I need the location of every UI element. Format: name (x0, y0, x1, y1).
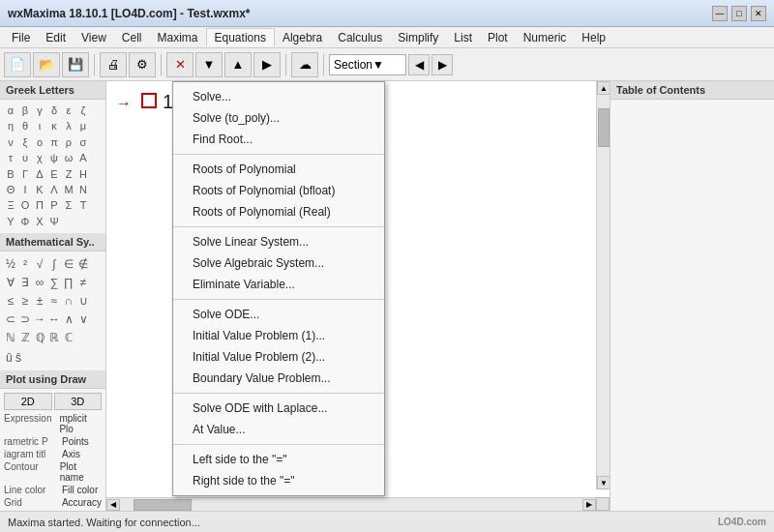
greek-Zeta[interactable]: Ζ (62, 167, 75, 182)
open-button[interactable]: 📂 (33, 52, 60, 77)
menu-roots-poly-bfloat[interactable]: Roots of Polynomial (bfloat) (173, 180, 384, 201)
sym-geq[interactable]: ≥ (18, 292, 32, 310)
greek-Epsilon[interactable]: Ε (47, 167, 61, 182)
sym-int2[interactable]: ℤ (18, 329, 32, 346)
greek-beta[interactable]: β (18, 103, 32, 118)
menu-solve-ode-laplace[interactable]: Solve ODE with Laplace... (173, 398, 384, 419)
greek-mu[interactable]: μ (76, 119, 90, 133)
settings-button[interactable]: ⚙ (129, 52, 156, 77)
horizontal-scrollbar[interactable]: ◀ ▶ (106, 497, 596, 511)
scroll-down-button[interactable]: ▼ (597, 476, 610, 489)
greek-Theta[interactable]: Θ (4, 183, 17, 197)
sym-infty[interactable]: ∞ (33, 274, 46, 291)
run-button[interactable]: ▶ (253, 52, 281, 77)
greek-Tau[interactable]: Τ (76, 198, 90, 213)
menu-equations[interactable]: Equations (206, 28, 275, 46)
greek-omicron[interactable]: ο (33, 135, 46, 150)
greek-theta[interactable]: θ (18, 119, 32, 133)
up-button[interactable]: ▲ (224, 52, 252, 77)
nav-prev-button[interactable]: ◀ (408, 54, 430, 75)
sym-sq[interactable]: ² (18, 255, 32, 273)
greek-lambda[interactable]: λ (62, 119, 75, 133)
scroll-right-button[interactable]: ▶ (582, 499, 596, 511)
section-dropdown[interactable]: Section ▼ (329, 54, 406, 75)
sym-sum[interactable]: ∑ (47, 274, 61, 291)
menu-calculus[interactable]: Calculus (330, 29, 390, 46)
cloud-button[interactable]: ☁ (291, 52, 318, 77)
menu-solve-algebraic[interactable]: Solve Algebraic System... (173, 252, 384, 274)
menu-maxima[interactable]: Maxima (150, 29, 206, 46)
sym-approx[interactable]: ≈ (47, 292, 61, 310)
nav-next-button[interactable]: ▶ (432, 54, 453, 75)
greek-Omicron[interactable]: Ο (18, 198, 32, 213)
menu-roots-poly[interactable]: Roots of Polynomial (173, 159, 384, 180)
scroll-thumb-v[interactable] (598, 108, 610, 147)
menu-find-root[interactable]: Find Root... (173, 129, 384, 150)
sym-leq[interactable]: ≤ (4, 292, 17, 310)
sym-rat[interactable]: ℚ (33, 329, 46, 346)
greek-Gamma[interactable]: Γ (18, 167, 32, 182)
menu-roots-poly-real[interactable]: Roots of Polynomial (Real) (173, 201, 384, 222)
menu-at-value[interactable]: At Value... (173, 419, 384, 440)
greek-Pi[interactable]: Π (33, 198, 46, 213)
greek-alpha[interactable]: α (4, 103, 17, 118)
print-button[interactable]: 🖨 (100, 52, 127, 77)
greek-zeta[interactable]: ζ (76, 103, 90, 118)
sym-sqrt[interactable]: √ (33, 255, 46, 273)
menu-algebra[interactable]: Algebra (275, 29, 330, 46)
sym-supset[interactable]: ⊃ (18, 310, 32, 328)
greek-pi[interactable]: π (47, 135, 61, 150)
scroll-thumb-h[interactable] (134, 499, 192, 511)
scroll-up-button[interactable]: ▲ (597, 81, 610, 95)
greek-upsilon[interactable]: υ (18, 151, 32, 165)
greek-rho[interactable]: ρ (62, 135, 75, 150)
scroll-left-button[interactable]: ◀ (106, 499, 120, 511)
sym-and[interactable]: ∧ (62, 310, 75, 328)
down-button[interactable]: ▼ (195, 52, 223, 77)
greek-Sigma[interactable]: Σ (62, 198, 75, 213)
greek-psi[interactable]: ψ (47, 151, 61, 165)
sym-forall[interactable]: ∀ (4, 274, 17, 291)
greek-Lambda[interactable]: Λ (47, 183, 61, 197)
greek-Xi[interactable]: Ξ (4, 198, 17, 213)
close-button[interactable]: ✕ (751, 6, 766, 21)
minimize-button[interactable]: — (712, 6, 728, 21)
greek-Upsilon[interactable]: Υ (4, 215, 17, 229)
greek-Nu[interactable]: Ν (76, 183, 90, 197)
menu-bvp[interactable]: Boundary Value Problem... (173, 368, 384, 389)
menu-solve-topoly[interactable]: Solve (to_poly)... (173, 107, 384, 129)
menu-left-side[interactable]: Left side to the "=" (173, 449, 384, 470)
greek-Mu[interactable]: Μ (62, 183, 75, 197)
greek-Psi[interactable]: Ψ (47, 215, 61, 229)
greek-Phi[interactable]: Φ (18, 215, 32, 229)
sym-neq[interactable]: ≠ (76, 274, 90, 291)
menu-view[interactable]: View (74, 29, 114, 46)
sym-iff[interactable]: ↔ (47, 310, 61, 328)
greek-Alpha[interactable]: Α (76, 151, 90, 165)
sym-cup[interactable]: ∪ (76, 292, 90, 310)
menu-list[interactable]: List (446, 29, 480, 46)
sym-elem[interactable]: ∈ (62, 255, 75, 273)
save-button[interactable]: 💾 (62, 52, 89, 77)
menu-plot[interactable]: Plot (480, 29, 516, 46)
sym-cap[interactable]: ∩ (62, 292, 75, 310)
maximize-button[interactable]: □ (731, 6, 747, 21)
sym-real[interactable]: ℝ (47, 329, 61, 346)
menu-ivp1[interactable]: Initial Value Problem (1)... (173, 325, 384, 346)
menu-solve[interactable]: Solve... (173, 86, 384, 107)
menu-solve-ode[interactable]: Solve ODE... (173, 304, 384, 325)
greek-delta[interactable]: δ (47, 103, 61, 118)
greek-Iota[interactable]: Ι (18, 183, 32, 197)
greek-Eta[interactable]: Η (76, 167, 90, 182)
greek-omega[interactable]: ω (62, 151, 75, 165)
menu-right-side[interactable]: Right side to the "=" (173, 470, 384, 491)
greek-chi[interactable]: χ (33, 151, 46, 165)
menu-eliminate-var[interactable]: Eliminate Variable... (173, 274, 384, 295)
menu-edit[interactable]: Edit (38, 29, 74, 46)
greek-Delta[interactable]: Δ (33, 167, 46, 182)
greek-Rho[interactable]: Ρ (47, 198, 61, 213)
greek-epsilon[interactable]: ε (62, 103, 75, 118)
greek-eta[interactable]: η (4, 119, 17, 133)
sym-prod[interactable]: ∏ (62, 274, 75, 291)
menu-file[interactable]: File (4, 29, 38, 46)
